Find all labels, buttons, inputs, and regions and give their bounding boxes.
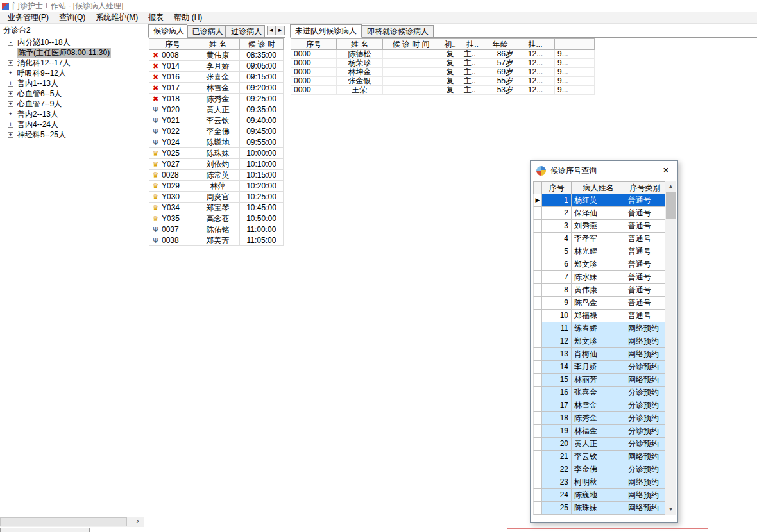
menu-item-5[interactable]: 帮助 (H): [169, 12, 207, 24]
menu-item-1[interactable]: 业务管理(P): [3, 12, 54, 24]
tree-item-doctor[interactable]: 陈予(主任医师08:00-11:30): [0, 47, 144, 58]
tab-queue-1[interactable]: 未进队列候诊病人: [290, 24, 362, 38]
dialog-row[interactable]: 21李云钦网络预约: [533, 451, 665, 463]
table-row[interactable]: ♛0028陈常英10:15:00: [149, 170, 284, 181]
dialog-grid-body: ▶1杨红英普通号2保泽仙普通号3刘秀燕普通号4李孝军普通号5林光耀普通号6郑文珍…: [533, 194, 665, 515]
table-row[interactable]: ♛Y035高念苍10:50:00: [149, 213, 284, 224]
row-indicator-cell: [533, 310, 542, 322]
dialog-row[interactable]: 24陈巍地网络预约: [533, 489, 665, 502]
table-row[interactable]: 0000王荣复主..53岁12...9...: [291, 86, 595, 95]
scroll-down-icon[interactable]: ▼: [665, 504, 676, 515]
tree-item-department[interactable]: +心血管6--5人: [0, 88, 144, 99]
status-trophy-icon: ♛: [151, 181, 160, 191]
dialog-row[interactable]: 14李月娇分诊预约: [533, 361, 665, 374]
table-row[interactable]: 0000杨荣珍复主..57岁12...9...: [291, 59, 595, 68]
dialog-row[interactable]: 8黄伟康普通号: [533, 284, 665, 297]
tree-item-department[interactable]: +神经科5--25人: [0, 129, 144, 140]
tree-item-department[interactable]: +呼吸科9--12人: [0, 68, 144, 78]
table-row[interactable]: ♛Y034郑宝琴10:45:00: [149, 203, 284, 213]
dialog-row[interactable]: 15林丽芳网络预约: [533, 374, 665, 387]
tree-item-department[interactable]: +消化科12--17人: [0, 58, 144, 68]
patient-no-cell: ✖Y017: [149, 83, 196, 94]
expand-plus-icon[interactable]: +: [8, 132, 13, 138]
dialog-row[interactable]: 2保泽仙普通号: [533, 207, 665, 220]
table-row[interactable]: ✖Y016张喜金09:15:00: [149, 72, 284, 83]
dialog-row[interactable]: 11练春娇网络预约: [533, 322, 665, 335]
table-row[interactable]: ΨY020黄大正09:35:00: [149, 104, 284, 115]
tree-item-department[interactable]: +心血管7--9人: [0, 99, 144, 109]
serial-type-cell: 普通号: [625, 284, 665, 297]
queue-fee-cell: 12...: [516, 86, 555, 95]
expand-plus-icon[interactable]: +: [8, 112, 13, 117]
table-row[interactable]: ΨY022李金佛09:45:00: [149, 126, 284, 137]
serial-type-cell: 分诊预约: [625, 361, 665, 374]
tree-root[interactable]: 分诊台2: [0, 24, 144, 37]
table-row[interactable]: ✖Y018陈秀金09:25:00: [149, 94, 284, 104]
table-row[interactable]: Ψ0037陈佑铭11:00:00: [149, 224, 284, 235]
table-row[interactable]: ♛Y030周炎官10:25:00: [149, 192, 284, 203]
dialog-scrollbar[interactable]: ▲ ▼: [665, 181, 676, 515]
tree-item-department[interactable]: +普内4--24人: [0, 119, 144, 129]
table-row[interactable]: ✖0008黄伟康08:35:00: [149, 50, 284, 61]
dialog-row[interactable]: 17林雪金分诊预约: [533, 399, 665, 412]
dialog-row[interactable]: ▶1杨红英普通号: [533, 194, 665, 207]
menu-item-3[interactable]: 系统维护(M): [90, 12, 143, 24]
expand-plus-icon[interactable]: +: [8, 101, 13, 107]
dialog-row[interactable]: 18陈秀金分诊预约: [533, 412, 665, 425]
dialog-row[interactable]: 23柯明秋网络预约: [533, 476, 665, 489]
dialog-row[interactable]: 12郑文珍网络预约: [533, 335, 665, 348]
expand-plus-icon[interactable]: +: [8, 122, 13, 128]
tree-item-department[interactable]: -内分泌10--18人: [0, 37, 144, 47]
tab-scroll-left-icon[interactable]: ◄: [268, 26, 276, 35]
expand-plus-icon[interactable]: +: [8, 91, 13, 97]
dialog-row[interactable]: 25陈珠妹网络预约: [533, 502, 665, 515]
scrollbar-thumb[interactable]: [666, 192, 676, 219]
table-row[interactable]: 0000林坤金复主..69岁12...9...: [291, 68, 595, 77]
expand-plus-icon[interactable]: +: [8, 60, 13, 66]
expand-plus-icon[interactable]: +: [8, 71, 13, 76]
menu-item-2[interactable]: 查询(Q): [54, 12, 90, 24]
hscroll-thumb[interactable]: [0, 517, 127, 526]
dialog-row[interactable]: 20黄大正分诊预约: [533, 438, 665, 451]
table-row[interactable]: ΨY024陈巍地09:55:00: [149, 137, 284, 148]
dialog-row[interactable]: 3刘秀燕普通号: [533, 220, 665, 233]
table-row[interactable]: ΨY021李云钦09:40:00: [149, 115, 284, 126]
serial-type-cell: 普通号: [625, 297, 665, 310]
table-row[interactable]: ✖Y017林雪金09:20:00: [149, 83, 284, 94]
table-row[interactable]: 0000陈德松复主..86岁12...9...: [291, 50, 595, 59]
dialog-row[interactable]: 19林福金分诊预约: [533, 425, 665, 438]
tree-item-department[interactable]: +普内1--13人: [0, 78, 144, 88]
dialog-row[interactable]: 5林光耀普通号: [533, 245, 665, 258]
table-row[interactable]: 0000张金银复主..55岁12...9...: [291, 77, 595, 86]
tab-scroll-right-icon[interactable]: ►: [276, 26, 284, 35]
tree-item-department[interactable]: +普内2--13人: [0, 109, 144, 119]
expand-plus-icon[interactable]: +: [8, 81, 13, 87]
tab-waiting-1[interactable]: 候诊病人: [148, 24, 187, 38]
dialog-row[interactable]: 22李金佛分诊预约: [533, 463, 665, 476]
tree-item-label: 心血管6--5人: [16, 89, 63, 99]
table-row[interactable]: ♛Y029林萍10:20:00: [149, 181, 284, 192]
dialog-row[interactable]: 7陈水妹普通号: [533, 271, 665, 284]
table-row[interactable]: ♛Y027刘依灼10:10:00: [149, 159, 284, 170]
close-icon[interactable]: ×: [660, 165, 672, 176]
dialog-row[interactable]: 4李孝军普通号: [533, 233, 665, 245]
menu-item-4[interactable]: 报表: [143, 12, 169, 24]
tree-hscrollbar[interactable]: ›: [0, 517, 144, 527]
serial-no-cell: 8: [542, 284, 572, 297]
patient-no: Y027: [162, 159, 180, 169]
dialog-row[interactable]: 13肖梅仙网络预约: [533, 348, 665, 361]
scroll-right-icon[interactable]: ›: [132, 517, 143, 527]
tab-waiting-3[interactable]: 过诊病人: [226, 25, 265, 37]
dialog-row[interactable]: 16张喜金分诊预约: [533, 387, 665, 399]
table-row[interactable]: ♛Y025陈珠妹10:00:00: [149, 148, 284, 159]
tab-waiting-2[interactable]: 已诊病人: [187, 25, 226, 37]
table-row[interactable]: ✖Y014李月娇09:05:00: [149, 61, 284, 72]
dialog-row[interactable]: 6郑文珍普通号: [533, 258, 665, 271]
scroll-up-icon[interactable]: ▲: [665, 181, 676, 192]
dialog-row[interactable]: 9陈鸟金普通号: [533, 297, 665, 310]
tab-queue-2[interactable]: 即将就诊候诊病人: [362, 25, 434, 37]
table-row[interactable]: Ψ0038郑美芳11:05:00: [149, 235, 284, 246]
dialog-row[interactable]: 10郑福禄普通号: [533, 310, 665, 322]
dialog-title-bar[interactable]: 候诊序号查询 ×: [531, 161, 677, 180]
expand-minus-icon[interactable]: -: [8, 40, 13, 46]
